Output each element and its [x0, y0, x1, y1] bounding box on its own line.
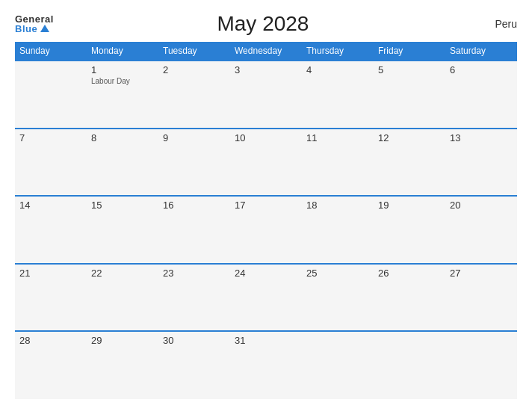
calendar-cell: 12 — [374, 129, 445, 197]
calendar-week-row: 21222324252627 — [15, 264, 517, 332]
cell-day-number: 31 — [235, 335, 297, 346]
cell-day-number: 30 — [163, 335, 226, 346]
calendar-cell: 7 — [15, 129, 87, 197]
cell-day-number: 4 — [306, 64, 369, 75]
cell-day-number: 5 — [378, 64, 441, 75]
calendar-cell: 28 — [15, 331, 87, 399]
cell-day-number: 21 — [19, 268, 82, 279]
calendar-cell: 17 — [230, 196, 302, 264]
calendar-cell: 1Labour Day — [87, 61, 158, 129]
cell-day-number: 24 — [235, 268, 297, 279]
cell-day-number: 29 — [91, 335, 154, 346]
cell-day-number: 26 — [378, 268, 441, 279]
calendar-cell: 4 — [302, 61, 374, 129]
calendar-cell: 3 — [230, 61, 302, 129]
country-label: Peru — [472, 18, 517, 30]
calendar-cell: 23 — [158, 264, 230, 332]
logo-blue-text: Blue — [15, 24, 49, 34]
cell-day-number: 3 — [235, 64, 297, 75]
weekday-header-friday: Friday — [374, 42, 445, 61]
calendar-cell: 31 — [230, 331, 302, 399]
weekday-header-monday: Monday — [87, 42, 158, 61]
calendar-cell: 15 — [87, 196, 158, 264]
calendar-cell: 21 — [15, 264, 87, 332]
weekday-header-wednesday: Wednesday — [230, 42, 302, 61]
calendar-cell: 11 — [302, 129, 374, 197]
cell-day-number: 23 — [163, 268, 226, 279]
cell-day-number: 27 — [450, 268, 513, 279]
calendar-cell: 18 — [302, 196, 374, 264]
weekday-header-row: SundayMondayTuesdayWednesdayThursdayFrid… — [15, 42, 517, 61]
calendar-cell: 8 — [87, 129, 158, 197]
calendar-cell: 19 — [374, 196, 445, 264]
calendar-cell: 2 — [158, 61, 230, 129]
weekday-header-sunday: Sunday — [15, 42, 87, 61]
calendar-week-row: 28293031 — [15, 331, 517, 399]
calendar-cell: 24 — [230, 264, 302, 332]
calendar-week-row: 78910111213 — [15, 129, 517, 197]
cell-day-number: 15 — [91, 200, 154, 211]
calendar-cell: 10 — [230, 129, 302, 197]
calendar-cell — [302, 331, 374, 399]
calendar-week-row: 1Labour Day23456 — [15, 61, 517, 129]
calendar-cell: 22 — [87, 264, 158, 332]
calendar-cell: 9 — [158, 129, 230, 197]
calendar-cell: 16 — [158, 196, 230, 264]
weekday-header-tuesday: Tuesday — [158, 42, 230, 61]
calendar-cell: 26 — [374, 264, 445, 332]
cell-day-number: 18 — [306, 200, 369, 211]
cell-day-number: 28 — [19, 335, 82, 346]
cell-day-number: 19 — [378, 200, 441, 211]
cell-day-number: 9 — [163, 132, 226, 143]
cell-day-number: 7 — [19, 132, 82, 143]
calendar-cell: 6 — [445, 61, 517, 129]
cell-day-number: 11 — [306, 132, 369, 143]
cell-day-number: 2 — [163, 64, 226, 75]
calendar-title: May 2028 — [54, 12, 472, 36]
cell-day-number: 1 — [91, 64, 154, 75]
cell-day-number: 6 — [450, 64, 513, 75]
calendar-cell — [445, 331, 517, 399]
calendar-cell: 13 — [445, 129, 517, 197]
calendar-cell — [374, 331, 445, 399]
calendar-cell: 27 — [445, 264, 517, 332]
cell-day-number: 10 — [235, 132, 297, 143]
calendar-header: General Blue May 2028 Peru — [15, 12, 517, 36]
calendar-table: SundayMondayTuesdayWednesdayThursdayFrid… — [15, 42, 517, 399]
calendar-cell: 30 — [158, 331, 230, 399]
calendar-week-row: 14151617181920 — [15, 196, 517, 264]
cell-day-number: 17 — [235, 200, 297, 211]
calendar-cell: 25 — [302, 264, 374, 332]
calendar-cell: 5 — [374, 61, 445, 129]
calendar-cell: 14 — [15, 196, 87, 264]
calendar-cell — [15, 61, 87, 129]
cell-holiday-label: Labour Day — [91, 77, 154, 85]
calendar-cell: 20 — [445, 196, 517, 264]
cell-day-number: 22 — [91, 268, 154, 279]
weekday-header-thursday: Thursday — [302, 42, 374, 61]
calendar-cell: 29 — [87, 331, 158, 399]
cell-day-number: 12 — [378, 132, 441, 143]
cell-day-number: 25 — [306, 268, 369, 279]
cell-day-number: 16 — [163, 200, 226, 211]
cell-day-number: 8 — [91, 132, 154, 143]
cell-day-number: 13 — [450, 132, 513, 143]
cell-day-number: 14 — [19, 200, 82, 211]
logo-triangle-icon — [40, 25, 49, 32]
logo: General Blue — [15, 14, 54, 34]
weekday-header-saturday: Saturday — [445, 42, 517, 61]
cell-day-number: 20 — [450, 200, 513, 211]
